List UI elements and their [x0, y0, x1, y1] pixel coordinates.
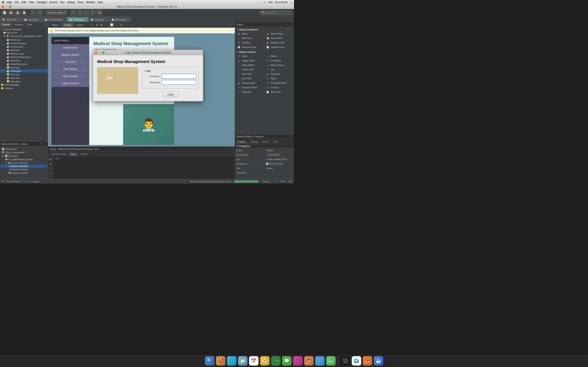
tree-package[interactable]: ▼ 📦 medical_shop_management_syste... [0, 34, 48, 38]
resize-v-button[interactable]: ↕ [129, 23, 134, 27]
logout-button[interactable]: Logout and Exit [52, 80, 89, 87]
palette-tool-bar-item[interactable]: 🔧 Tool Bar [236, 40, 264, 45]
tab-close-icon[interactable]: ✕ [105, 18, 107, 21]
tab-close-icon[interactable]: ✕ [63, 18, 65, 21]
palette-spinner-item[interactable]: ⟳ Spinner [264, 85, 293, 90]
tab-start-page[interactable]: 🏠 Start Page ✕ [0, 17, 22, 22]
about-project-button[interactable]: About Project [52, 73, 89, 80]
palette-split-pane-item[interactable]: ⬛ Split Pane [236, 36, 264, 40]
tab-about-java[interactable]: ☕ About.java ✕ [109, 17, 131, 22]
properties-tab[interactable]: Properti... [236, 140, 249, 143]
menu-run[interactable]: Run [60, 1, 65, 4]
config-dropdown[interactable]: <default config> ▾ [46, 10, 67, 15]
tab-login-java-1[interactable]: ☕ login.java ✕ [22, 17, 42, 22]
align-left-button[interactable]: ⬛ [104, 23, 109, 27]
info-close-button[interactable]: ✕ [231, 29, 233, 32]
add-panel-button[interactable]: + [229, 23, 233, 27]
tree-about-jpg[interactable]: 🖼️ about.jpg [0, 66, 48, 69]
search-results-tab[interactable]: Search Results [50, 152, 68, 156]
build-button[interactable]: 🔨 [90, 10, 96, 16]
prop-edit-button[interactable]: ... [291, 154, 292, 156]
projects-tab[interactable]: Projects [0, 22, 12, 27]
palette-progress-bar-item[interactable]: ▬ Progress Bar [236, 81, 264, 85]
collapse-button[interactable]: ─ [42, 23, 44, 26]
dialog-maximize-button[interactable] [102, 51, 104, 54]
output-close-button[interactable]: ✕ [228, 148, 229, 150]
palette-formatted-field-item[interactable]: ⊞ Formatted Field [264, 81, 293, 85]
prop-foreground-value[interactable]: [187,187,187] ... [264, 162, 294, 166]
palette-layered-pane-item[interactable]: 📄 Layered Pane [264, 45, 293, 49]
error-output-button[interactable]: ⚠ [48, 167, 52, 171]
palette-text-pane-item[interactable]: 📄 Text Pane [264, 90, 293, 94]
nav-jpanel1[interactable]: ▼ ▣ jPanel1 [JPanel] [1, 161, 47, 165]
nav-jbutton5[interactable]: □ jButton5 [JButton] [1, 165, 47, 168]
history-tab[interactable]: History [74, 23, 86, 27]
save-all-button[interactable]: 📋 [21, 10, 27, 16]
save-button[interactable]: 💾 [15, 10, 20, 16]
prop-mnemonic-value[interactable] [264, 172, 294, 173]
prop-action-value[interactable]: <none> [264, 149, 294, 152]
redo-button[interactable]: ↪ [37, 10, 43, 16]
cancel-run-button[interactable]: ✕ [275, 180, 277, 183]
palette-label-item[interactable]: A Label [236, 54, 264, 58]
menu-tools[interactable]: Tools [78, 1, 83, 4]
tree-comboitem-java[interactable]: ☕ ComboItem.java [0, 42, 48, 45]
design-canvas[interactable]: Admin Menu Add Medicine Medicine Report … [48, 33, 235, 146]
notification-icon[interactable]: 🔍 [290, 1, 292, 4]
palette-pin-button[interactable]: ─ [291, 23, 292, 26]
usages-tab[interactable]: Usages [78, 152, 89, 156]
tab-close-icon[interactable]: ✕ [127, 18, 129, 21]
navigator-pin-button[interactable]: ─ [44, 142, 46, 145]
run-output-button[interactable]: ▶ [48, 157, 52, 161]
output-status-tab[interactable]: Output [23, 180, 30, 183]
palette-desktop-pane-item[interactable]: 🖥️ Desktop Pane [264, 40, 293, 45]
usages-status-tab[interactable]: Usages [31, 180, 39, 183]
tab-close-icon[interactable]: ✕ [38, 18, 40, 21]
menu-edit[interactable]: Edit [22, 1, 26, 4]
resize-button[interactable]: ↔ [124, 23, 129, 27]
palette-password-field-item[interactable]: •• Password Field [236, 85, 264, 90]
output-tab[interactable]: Output [68, 152, 78, 156]
add-sells-button[interactable]: Add Sells [52, 58, 89, 66]
menu-app[interactable]: login [7, 1, 12, 4]
dialog-minimize-button[interactable] [98, 51, 101, 54]
palette-radio-button-item[interactable]: ○ Radio Button [236, 63, 264, 67]
close-button[interactable] [2, 6, 4, 8]
pin-button[interactable]: ✕ [45, 23, 47, 26]
distribute-button[interactable]: ⊟ [119, 23, 124, 27]
font-button[interactable]: T [70, 10, 76, 16]
palette-combo-box-item[interactable]: ▾ Combo Box [236, 67, 264, 72]
code-tab[interactable]: Code [271, 140, 280, 143]
connection-tool-button[interactable]: ⊞ [95, 23, 99, 27]
properties-section-header[interactable]: ▼ Properties [235, 144, 294, 148]
tree-libraries[interactable]: 📁 Libraries [0, 86, 48, 90]
minimize-button[interactable] [5, 6, 8, 8]
nav-jframe[interactable]: ▼ 🖼️ [JFrame] [1, 154, 47, 158]
tree-login-java[interactable]: ☕ login.java [0, 76, 48, 80]
palette-text-area-item[interactable]: ▬ Text Area [264, 72, 293, 76]
nav-jbutton6[interactable]: □ jButton6 [JButton] [1, 168, 47, 171]
tree-medicinereport-java[interactable]: ☕ MedicineReport.java [0, 55, 48, 59]
apple-menu[interactable]: ⌘ [2, 1, 4, 4]
search-box[interactable]: 🔍 Search (⌘+I) [260, 11, 292, 15]
nav-other-components[interactable]: 📦 Other Components [1, 151, 47, 154]
files-tab[interactable]: Files [25, 22, 34, 27]
tree-test-packages[interactable]: 📁 Test Packages [0, 83, 48, 86]
dialog-close-button[interactable] [95, 51, 97, 54]
nav-form-home[interactable]: 📋 Form home [1, 147, 47, 151]
menu-file[interactable]: File [15, 1, 19, 4]
menu-help[interactable]: Help [98, 1, 103, 4]
palette-toggle-button-item[interactable]: ⊡ Toggle Button [236, 58, 264, 63]
navigator-close-button[interactable]: ✕ [40, 142, 42, 145]
nav-lb-projectname[interactable]: 🏷️ lb_projectName [JLabel] [1, 158, 47, 161]
add-medicine-button[interactable]: Add Medicine [52, 44, 89, 51]
run-button[interactable]: ▶ [84, 10, 89, 16]
swing-controls-header[interactable]: ▼ Swing Controls [236, 50, 293, 54]
tree-medicine-java[interactable]: ☕ Medicine.java [0, 52, 48, 55]
undo-button[interactable]: ↩ [30, 10, 36, 16]
menu-window[interactable]: Window [86, 1, 95, 4]
search-results-status[interactable]: Search Results [6, 180, 21, 183]
new-file-button[interactable]: 📄 [2, 10, 7, 16]
menu-debug[interactable]: Debug [68, 1, 75, 4]
tree-login-jpeg[interactable]: 🖼️ login.jpeg [0, 80, 48, 83]
